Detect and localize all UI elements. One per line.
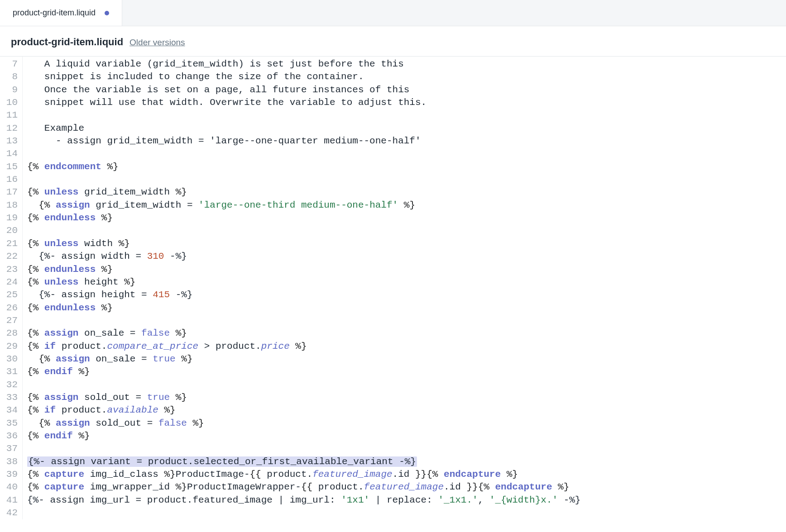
line-number: 38 xyxy=(0,456,18,468)
code-line: {% endif %} xyxy=(27,366,786,378)
code-line: {% if product.available %} xyxy=(27,404,786,417)
code-line: {%- assign width = 310 -%} xyxy=(27,250,786,263)
line-number: 25 xyxy=(0,289,18,301)
line-number: 24 xyxy=(0,276,18,289)
line-number: 42 xyxy=(0,507,18,519)
code-line: {% endcomment %} xyxy=(27,161,786,173)
line-number: 37 xyxy=(0,442,18,455)
line-number: 39 xyxy=(0,468,18,481)
code-content[interactable]: A liquid variable (grid_item_width) is s… xyxy=(23,57,786,519)
code-line: {% endunless %} xyxy=(27,302,786,314)
line-number: 29 xyxy=(0,340,18,353)
line-number: 7 xyxy=(0,58,18,71)
tab-label: product-grid-item.liquid xyxy=(13,8,96,18)
code-line: {%- assign variant = product.selected_or… xyxy=(27,456,786,468)
code-line xyxy=(27,224,786,237)
line-number: 8 xyxy=(0,71,18,83)
line-number: 14 xyxy=(0,147,18,160)
code-line: snippet will use that width. Overwrite t… xyxy=(27,96,786,109)
code-line: A liquid variable (grid_item_width) is s… xyxy=(27,58,786,71)
line-number: 40 xyxy=(0,481,18,494)
code-line: {% unless height %} xyxy=(27,276,786,289)
code-line: {% endif %} xyxy=(27,430,786,442)
line-number: 30 xyxy=(0,353,18,366)
line-number: 18 xyxy=(0,199,18,212)
code-line: {% assign on_sale = false %} xyxy=(27,327,786,340)
code-line: Example xyxy=(27,122,786,135)
line-number: 15 xyxy=(0,161,18,173)
file-title: product-grid-item.liquid xyxy=(11,36,123,48)
line-number: 35 xyxy=(0,417,18,430)
line-number: 33 xyxy=(0,391,18,404)
code-line: {% endunless %} xyxy=(27,212,786,224)
code-line xyxy=(27,147,786,160)
line-number: 13 xyxy=(0,135,18,147)
line-number: 16 xyxy=(0,173,18,186)
code-line xyxy=(27,442,786,455)
line-number: 10 xyxy=(0,96,18,109)
code-line xyxy=(27,109,786,122)
line-number: 36 xyxy=(0,430,18,442)
older-versions-link[interactable]: Older versions xyxy=(129,38,185,48)
code-line: {%- assign height = 415 -%} xyxy=(27,289,786,301)
line-number: 41 xyxy=(0,494,18,507)
line-number: 11 xyxy=(0,109,18,122)
code-line: {% assign sold_out = false %} xyxy=(27,417,786,430)
line-number: 12 xyxy=(0,122,18,135)
code-line: {% capture img_wrapper_id %}ProductImage… xyxy=(27,481,786,494)
code-line: - assign grid_item_width = 'large--one-q… xyxy=(27,135,786,147)
code-line: {% assign sold_out = true %} xyxy=(27,391,786,404)
line-number: 31 xyxy=(0,366,18,378)
line-number: 20 xyxy=(0,224,18,237)
code-line: {% capture img_id_class %}ProductImage-{… xyxy=(27,468,786,481)
code-line: {%- assign img_url = product.featured_im… xyxy=(27,494,786,507)
line-number: 28 xyxy=(0,327,18,340)
code-line xyxy=(27,173,786,186)
line-number: 34 xyxy=(0,404,18,417)
code-line: {% if product.compare_at_price > product… xyxy=(27,340,786,353)
line-number: 9 xyxy=(0,84,18,96)
line-number: 26 xyxy=(0,302,18,314)
code-line: {% assign grid_item_width = 'large--one-… xyxy=(27,199,786,212)
line-number: 19 xyxy=(0,212,18,224)
line-number: 22 xyxy=(0,250,18,263)
code-line: {% unless grid_item_width %} xyxy=(27,186,786,199)
file-tab[interactable]: product-grid-item.liquid xyxy=(0,0,122,26)
line-number: 32 xyxy=(0,379,18,391)
code-line: snippet is included to change the size o… xyxy=(27,71,786,83)
code-line xyxy=(27,314,786,327)
line-number: 23 xyxy=(0,263,18,276)
code-editor[interactable]: 7891011121314151617181920212223242526272… xyxy=(0,57,786,519)
file-header: product-grid-item.liquid Older versions xyxy=(0,26,786,57)
code-line: Once the variable is set on a page, all … xyxy=(27,84,786,96)
tab-bar: product-grid-item.liquid xyxy=(0,0,786,26)
code-line: {% endunless %} xyxy=(27,263,786,276)
code-line: {% assign on_sale = true %} xyxy=(27,353,786,366)
modified-indicator-icon xyxy=(105,11,109,15)
code-line xyxy=(27,507,786,519)
line-number: 27 xyxy=(0,314,18,327)
code-line: {% unless width %} xyxy=(27,238,786,250)
line-number-gutter: 7891011121314151617181920212223242526272… xyxy=(0,57,23,519)
code-line xyxy=(27,379,786,391)
line-number: 21 xyxy=(0,238,18,250)
line-number: 17 xyxy=(0,186,18,199)
